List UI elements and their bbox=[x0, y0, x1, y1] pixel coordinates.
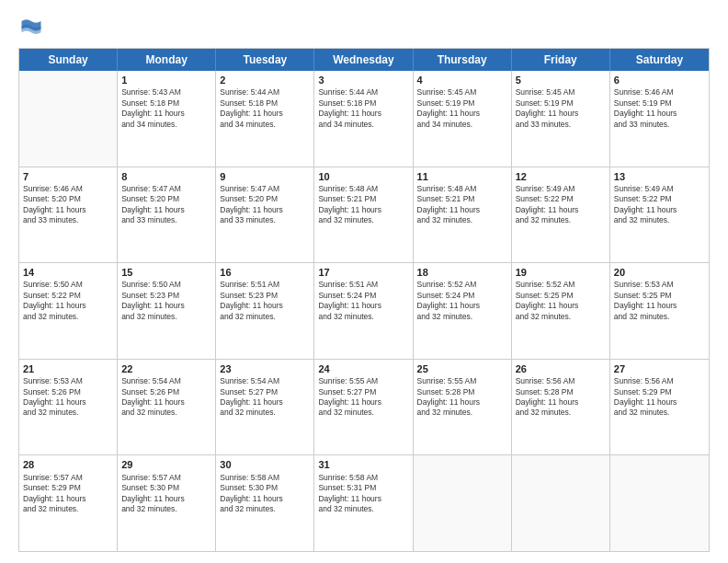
header-day-monday: Monday bbox=[118, 49, 216, 71]
calendar-row-4: 28Sunrise: 5:57 AM Sunset: 5:29 PM Dayli… bbox=[19, 454, 709, 551]
day-number: 1 bbox=[121, 74, 211, 86]
cell-info: Sunrise: 5:57 AM Sunset: 5:29 PM Dayligh… bbox=[23, 473, 113, 515]
cell-info: Sunrise: 5:56 AM Sunset: 5:28 PM Dayligh… bbox=[516, 376, 606, 419]
day-number: 18 bbox=[417, 266, 507, 279]
calendar-cell bbox=[414, 455, 512, 551]
cell-info: Sunrise: 5:57 AM Sunset: 5:30 PM Dayligh… bbox=[121, 473, 211, 515]
calendar-cell: 29Sunrise: 5:57 AM Sunset: 5:30 PM Dayli… bbox=[118, 455, 216, 551]
calendar-cell: 13Sunrise: 5:49 AM Sunset: 5:22 PM Dayli… bbox=[610, 167, 709, 263]
cell-info: Sunrise: 5:45 AM Sunset: 5:19 PM Dayligh… bbox=[516, 87, 606, 130]
day-number: 25 bbox=[417, 362, 507, 375]
day-number: 4 bbox=[417, 74, 507, 86]
day-number: 9 bbox=[220, 170, 310, 183]
day-number: 10 bbox=[318, 170, 408, 183]
calendar-cell: 7Sunrise: 5:46 AM Sunset: 5:20 PM Daylig… bbox=[19, 167, 118, 263]
calendar-cell: 5Sunrise: 5:45 AM Sunset: 5:19 PM Daylig… bbox=[512, 71, 610, 167]
header-day-thursday: Thursday bbox=[414, 49, 512, 71]
header-day-tuesday: Tuesday bbox=[216, 49, 314, 71]
day-number: 29 bbox=[121, 458, 211, 471]
calendar-cell: 12Sunrise: 5:49 AM Sunset: 5:22 PM Dayli… bbox=[512, 167, 610, 263]
header-day-friday: Friday bbox=[512, 49, 610, 71]
calendar-cell: 19Sunrise: 5:52 AM Sunset: 5:25 PM Dayli… bbox=[512, 263, 610, 359]
calendar-cell: 11Sunrise: 5:48 AM Sunset: 5:21 PM Dayli… bbox=[414, 167, 512, 263]
calendar-cell: 31Sunrise: 5:58 AM Sunset: 5:31 PM Dayli… bbox=[314, 455, 413, 551]
cell-info: Sunrise: 5:47 AM Sunset: 5:20 PM Dayligh… bbox=[220, 184, 310, 226]
day-number: 22 bbox=[121, 362, 211, 375]
header-day-sunday: Sunday bbox=[19, 49, 118, 71]
day-number: 19 bbox=[516, 266, 606, 279]
calendar-cell: 25Sunrise: 5:55 AM Sunset: 5:28 PM Dayli… bbox=[414, 360, 512, 455]
day-number: 16 bbox=[220, 266, 310, 279]
calendar-cell: 20Sunrise: 5:53 AM Sunset: 5:25 PM Dayli… bbox=[610, 263, 709, 359]
calendar-cell: 1Sunrise: 5:43 AM Sunset: 5:18 PM Daylig… bbox=[118, 71, 216, 167]
day-number: 14 bbox=[23, 266, 113, 279]
cell-info: Sunrise: 5:58 AM Sunset: 5:31 PM Dayligh… bbox=[318, 473, 408, 515]
calendar-cell: 30Sunrise: 5:58 AM Sunset: 5:30 PM Dayli… bbox=[216, 455, 314, 551]
cell-info: Sunrise: 5:58 AM Sunset: 5:30 PM Dayligh… bbox=[220, 473, 310, 515]
calendar-cell: 8Sunrise: 5:47 AM Sunset: 5:20 PM Daylig… bbox=[118, 167, 216, 263]
calendar-cell: 21Sunrise: 5:53 AM Sunset: 5:26 PM Dayli… bbox=[19, 360, 118, 455]
calendar-cell: 6Sunrise: 5:46 AM Sunset: 5:19 PM Daylig… bbox=[610, 71, 709, 167]
cell-info: Sunrise: 5:48 AM Sunset: 5:21 PM Dayligh… bbox=[417, 184, 507, 226]
cell-info: Sunrise: 5:49 AM Sunset: 5:22 PM Dayligh… bbox=[614, 184, 705, 226]
cell-info: Sunrise: 5:48 AM Sunset: 5:21 PM Dayligh… bbox=[318, 184, 408, 226]
day-number: 23 bbox=[220, 362, 310, 375]
day-number: 31 bbox=[318, 458, 408, 471]
cell-info: Sunrise: 5:45 AM Sunset: 5:19 PM Dayligh… bbox=[417, 87, 507, 130]
cell-info: Sunrise: 5:44 AM Sunset: 5:18 PM Dayligh… bbox=[318, 87, 408, 130]
calendar-cell bbox=[610, 455, 709, 551]
cell-info: Sunrise: 5:52 AM Sunset: 5:24 PM Dayligh… bbox=[417, 280, 507, 322]
cell-info: Sunrise: 5:50 AM Sunset: 5:22 PM Dayligh… bbox=[23, 280, 113, 322]
cell-info: Sunrise: 5:55 AM Sunset: 5:28 PM Dayligh… bbox=[417, 376, 507, 419]
day-number: 21 bbox=[23, 362, 113, 375]
header-day-wednesday: Wednesday bbox=[314, 49, 413, 71]
calendar-cell: 23Sunrise: 5:54 AM Sunset: 5:27 PM Dayli… bbox=[216, 360, 314, 455]
calendar: SundayMondayTuesdayWednesdayThursdayFrid… bbox=[18, 48, 710, 552]
calendar-cell: 18Sunrise: 5:52 AM Sunset: 5:24 PM Dayli… bbox=[414, 263, 512, 359]
cell-info: Sunrise: 5:46 AM Sunset: 5:20 PM Dayligh… bbox=[23, 184, 113, 226]
day-number: 11 bbox=[417, 170, 507, 183]
day-number: 2 bbox=[220, 74, 310, 86]
calendar-cell: 27Sunrise: 5:56 AM Sunset: 5:29 PM Dayli… bbox=[610, 360, 709, 455]
day-number: 27 bbox=[614, 362, 705, 375]
cell-info: Sunrise: 5:44 AM Sunset: 5:18 PM Dayligh… bbox=[220, 87, 310, 130]
cell-info: Sunrise: 5:54 AM Sunset: 5:27 PM Dayligh… bbox=[220, 376, 310, 419]
header bbox=[18, 15, 710, 40]
calendar-cell: 3Sunrise: 5:44 AM Sunset: 5:18 PM Daylig… bbox=[314, 71, 413, 167]
cell-info: Sunrise: 5:43 AM Sunset: 5:18 PM Dayligh… bbox=[121, 87, 211, 130]
calendar-cell: 14Sunrise: 5:50 AM Sunset: 5:22 PM Dayli… bbox=[19, 263, 118, 359]
logo bbox=[18, 15, 48, 40]
cell-info: Sunrise: 5:47 AM Sunset: 5:20 PM Dayligh… bbox=[121, 184, 211, 226]
day-number: 15 bbox=[121, 266, 211, 279]
calendar-cell: 22Sunrise: 5:54 AM Sunset: 5:26 PM Dayli… bbox=[118, 360, 216, 455]
calendar-cell: 28Sunrise: 5:57 AM Sunset: 5:29 PM Dayli… bbox=[19, 455, 118, 551]
calendar-cell: 2Sunrise: 5:44 AM Sunset: 5:18 PM Daylig… bbox=[216, 71, 314, 167]
calendar-row-1: 7Sunrise: 5:46 AM Sunset: 5:20 PM Daylig… bbox=[19, 167, 709, 263]
page: SundayMondayTuesdayWednesdayThursdayFrid… bbox=[0, 0, 728, 563]
cell-info: Sunrise: 5:46 AM Sunset: 5:19 PM Dayligh… bbox=[614, 87, 705, 130]
day-number: 13 bbox=[614, 170, 705, 183]
calendar-cell: 24Sunrise: 5:55 AM Sunset: 5:27 PM Dayli… bbox=[314, 360, 413, 455]
cell-info: Sunrise: 5:53 AM Sunset: 5:25 PM Dayligh… bbox=[614, 280, 705, 322]
calendar-cell: 26Sunrise: 5:56 AM Sunset: 5:28 PM Dayli… bbox=[512, 360, 610, 455]
cell-info: Sunrise: 5:54 AM Sunset: 5:26 PM Dayligh… bbox=[121, 376, 211, 419]
day-number: 5 bbox=[516, 74, 606, 86]
calendar-cell: 15Sunrise: 5:50 AM Sunset: 5:23 PM Dayli… bbox=[118, 263, 216, 359]
calendar-cell bbox=[512, 455, 610, 551]
header-day-saturday: Saturday bbox=[610, 49, 709, 71]
cell-info: Sunrise: 5:50 AM Sunset: 5:23 PM Dayligh… bbox=[121, 280, 211, 322]
day-number: 12 bbox=[516, 170, 606, 183]
cell-info: Sunrise: 5:49 AM Sunset: 5:22 PM Dayligh… bbox=[516, 184, 606, 226]
calendar-body: 1Sunrise: 5:43 AM Sunset: 5:18 PM Daylig… bbox=[19, 71, 709, 551]
calendar-cell: 9Sunrise: 5:47 AM Sunset: 5:20 PM Daylig… bbox=[216, 167, 314, 263]
day-number: 7 bbox=[23, 170, 113, 183]
cell-info: Sunrise: 5:53 AM Sunset: 5:26 PM Dayligh… bbox=[23, 376, 113, 419]
calendar-row-2: 14Sunrise: 5:50 AM Sunset: 5:22 PM Dayli… bbox=[19, 262, 709, 359]
calendar-cell: 17Sunrise: 5:51 AM Sunset: 5:24 PM Dayli… bbox=[314, 263, 413, 359]
day-number: 26 bbox=[516, 362, 606, 375]
day-number: 20 bbox=[614, 266, 705, 279]
calendar-row-0: 1Sunrise: 5:43 AM Sunset: 5:18 PM Daylig… bbox=[19, 71, 709, 167]
cell-info: Sunrise: 5:56 AM Sunset: 5:29 PM Dayligh… bbox=[614, 376, 705, 419]
day-number: 3 bbox=[318, 74, 408, 86]
day-number: 17 bbox=[318, 266, 408, 279]
